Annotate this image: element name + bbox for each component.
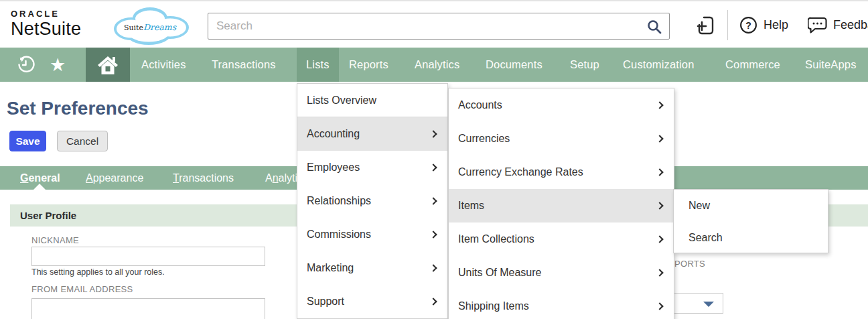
menu-item[interactable]: Commissions	[297, 218, 447, 251]
menu-item-label: Relationships	[307, 195, 371, 206]
cloud-logo-dreams: Dreams	[143, 22, 176, 32]
menu-item[interactable]: Marketing	[297, 251, 447, 285]
active-tab-indicator	[33, 184, 46, 190]
menu-item[interactable]: Relationships	[297, 184, 447, 218]
menu-item-label: Support	[307, 296, 344, 307]
navbar-item-label: Customization	[623, 58, 695, 70]
main-navbar: ★ ActivitiesTransactionsListsReportsAnal…	[0, 48, 868, 82]
navbar-item[interactable]: Activities	[132, 48, 196, 82]
history-icon	[17, 56, 35, 74]
navbar-item[interactable]: SuiteApps	[796, 48, 866, 82]
navbar-item-label: SuiteApps	[805, 58, 857, 70]
menu-item[interactable]: Accounting	[297, 117, 447, 151]
chevron-right-icon	[656, 135, 663, 142]
nickname-input[interactable]	[31, 247, 265, 266]
menu-item-label: Item Collections	[458, 233, 534, 245]
global-search	[208, 13, 670, 40]
chevron-right-icon	[429, 298, 437, 305]
tab[interactable]: Transactions	[173, 166, 234, 190]
chevron-right-icon	[656, 235, 663, 243]
menu-item[interactable]: Currency Exchange Rates	[449, 155, 674, 189]
recent-records-button[interactable]	[15, 48, 36, 82]
help-button[interactable]: ? Help	[739, 1, 788, 49]
menu-item[interactable]: Support	[297, 285, 447, 318]
navbar-item[interactable]: Documents	[476, 48, 552, 82]
menu-item-label: Currency Exchange Rates	[458, 166, 583, 178]
nickname-help-text: This setting applies to all your roles.	[31, 267, 165, 277]
menu-item-label: Currencies	[458, 133, 510, 144]
top-bar: ORACLE NetSuite SuiteDreams	[0, 0, 868, 48]
menu-item-label: Lists Overview	[307, 94, 376, 106]
svg-text:?: ?	[745, 20, 751, 31]
menu-item[interactable]: Units Of Measure	[449, 256, 674, 290]
navbar-item[interactable]: Transactions	[202, 48, 285, 82]
help-icon: ?	[739, 16, 757, 34]
chevron-down-icon	[703, 302, 714, 307]
navbar-item[interactable]: Lists	[297, 48, 339, 82]
tab[interactable]: Appearance	[86, 166, 143, 190]
search-input[interactable]	[208, 13, 669, 39]
company-cloud-logo: SuiteDreams	[106, 3, 194, 48]
menu-item-label: Items	[458, 200, 484, 211]
chevron-right-icon	[656, 302, 663, 310]
navbar-item[interactable]: Analytics	[405, 48, 469, 82]
navbar-item-label: Commerce	[725, 58, 780, 70]
chevron-right-icon	[656, 101, 663, 109]
help-label: Help	[764, 18, 788, 32]
menu-item-label: Accounts	[458, 99, 502, 111]
feedback-button[interactable]: Feedback	[808, 1, 868, 49]
navbar-item-label: Transactions	[212, 58, 276, 70]
menu-item-label: New	[689, 200, 710, 211]
feedback-icon	[808, 16, 827, 34]
menu-item[interactable]: Items	[449, 189, 674, 222]
navbar-item[interactable]: Customization	[613, 48, 704, 82]
accounting-submenu: Accounts Currencies Currency Exchange Ra…	[448, 88, 674, 319]
menu-item[interactable]: New	[674, 190, 828, 222]
menu-item-label: Marketing	[307, 262, 354, 273]
navbar-item-label: Activities	[141, 58, 186, 70]
chevron-right-icon	[656, 269, 663, 276]
right-column-partial-label: PORTS	[674, 259, 705, 269]
menu-item[interactable]: Search	[674, 222, 828, 254]
chevron-right-icon	[429, 264, 437, 271]
navbar-item[interactable]: Reports	[340, 48, 398, 82]
navbar-item-label: Lists	[306, 58, 330, 70]
search-icon[interactable]	[646, 19, 662, 35]
new-record-icon[interactable]	[695, 15, 717, 36]
cancel-button[interactable]: Cancel	[57, 131, 108, 151]
save-button[interactable]: Save	[9, 131, 46, 151]
menu-item-label: Units Of Measure	[458, 267, 541, 278]
chevron-right-icon	[429, 164, 437, 171]
feedback-label: Feedback	[833, 18, 868, 32]
menu-item-label: Accounting	[307, 128, 360, 139]
home-icon	[97, 55, 119, 75]
navbar-item-label: Analytics	[415, 58, 459, 70]
topbar-divider	[727, 10, 728, 40]
menu-item[interactable]: Shipping Items	[449, 290, 674, 319]
navbar-item-label: Setup	[570, 58, 599, 70]
star-icon: ★	[50, 54, 66, 76]
menu-item[interactable]: Accounts	[449, 88, 674, 122]
chevron-right-icon	[429, 231, 437, 238]
cloud-logo-text: SuiteDreams	[106, 21, 194, 33]
shortcuts-button[interactable]: ★	[46, 48, 70, 82]
items-submenu: New Search	[673, 189, 828, 253]
menu-item[interactable]: Item Collections	[449, 222, 674, 256]
navbar-item[interactable]: Commerce	[716, 48, 790, 82]
menu-item-label: Search	[689, 232, 723, 243]
menu-item[interactable]: Lists Overview	[297, 84, 447, 117]
menu-item-label: Commissions	[307, 229, 371, 240]
navbar-item-label: Reports	[349, 58, 388, 70]
chevron-right-icon	[656, 202, 663, 209]
nickname-label: NICKNAME	[31, 235, 79, 245]
netsuite-logo[interactable]: ORACLE NetSuite	[11, 9, 81, 39]
menu-item[interactable]: Employees	[297, 151, 447, 184]
from-email-input[interactable]	[31, 298, 265, 319]
oracle-wordmark: ORACLE	[11, 9, 81, 19]
chevron-right-icon	[429, 130, 437, 137]
navbar-item[interactable]: Setup	[561, 48, 609, 82]
from-email-label: FROM EMAIL ADDRESS	[31, 284, 133, 294]
home-button[interactable]	[86, 48, 130, 82]
menu-item[interactable]: Currencies	[449, 122, 674, 155]
chevron-right-icon	[656, 168, 663, 176]
